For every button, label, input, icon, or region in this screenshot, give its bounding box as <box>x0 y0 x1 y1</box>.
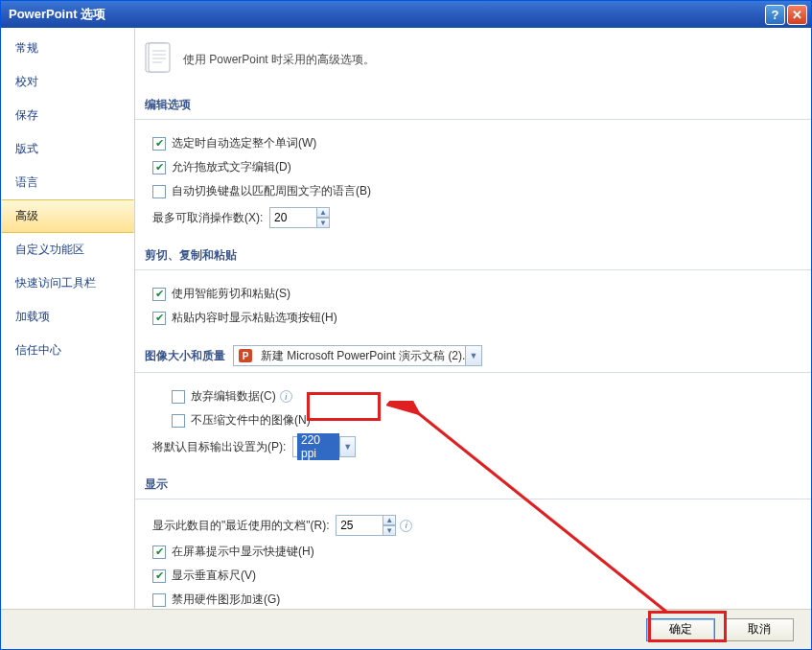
sidebar-item-quick-access[interactable]: 快速访问工具栏 <box>1 267 134 300</box>
sidebar: 常规 校对 保存 版式 语言 高级 自定义功能区 快速访问工具栏 加载项 信任中… <box>1 28 135 609</box>
section-cut-title: 剪切、复制和粘贴 <box>135 242 811 270</box>
window-title: PowerPoint 选项 <box>5 6 763 23</box>
checkbox-disable-hw-accel[interactable] <box>152 593 166 607</box>
checkbox-show-shortcut-keys[interactable] <box>152 546 166 559</box>
label-default-target-output: 将默认目标输出设置为(P): <box>152 439 286 455</box>
checkbox-paste-options-button[interactable] <box>152 312 166 325</box>
label-recent-documents: 显示此数目的"最近使用的文档"(R): <box>152 518 330 534</box>
close-button[interactable]: ✕ <box>787 5 807 25</box>
combo-target-file[interactable]: P 新建 Microsoft PowerPoint 演示文稿 (2).pptx … <box>233 345 482 366</box>
undo-spinner[interactable]: ▲▼ <box>316 207 330 228</box>
checkbox-smart-cut-paste[interactable] <box>152 288 166 301</box>
checkbox-auto-switch-keyboard[interactable] <box>152 185 166 198</box>
sidebar-item-language[interactable]: 语言 <box>1 166 134 199</box>
checkbox-drag-drop-edit[interactable] <box>152 161 166 174</box>
help-button[interactable]: ? <box>765 5 785 25</box>
label-disable-hw-accel: 禁用硬件图形加速(G) <box>172 592 280 608</box>
section-edit-title: 编辑选项 <box>135 91 811 120</box>
title-bar: PowerPoint 选项 ? ✕ <box>1 1 811 28</box>
combo-target-ppi[interactable]: 220 ppi ▼ <box>292 436 356 457</box>
content-area: 使用 PowerPoint 时采用的高级选项。 编辑选项 选定时自动选定整个单词… <box>135 28 811 609</box>
label-paste-options-button: 粘贴内容时显示粘贴选项按钮(H) <box>172 310 337 326</box>
section-image-label: 图像大小和质量 <box>145 348 225 364</box>
recent-spinner[interactable]: ▲▼ <box>383 515 396 536</box>
page-description: 使用 PowerPoint 时采用的高级选项。 <box>183 52 375 68</box>
cancel-button[interactable]: 取消 <box>725 618 794 641</box>
label-auto-switch-keyboard: 自动切换键盘以匹配周围文字的语言(B) <box>172 183 371 199</box>
checkbox-discard-editing-data[interactable] <box>172 390 185 404</box>
label-show-shortcut-keys: 在屏幕提示中显示快捷键(H) <box>172 544 314 560</box>
section-image-title: 图像大小和质量 P 新建 Microsoft PowerPoint 演示文稿 (… <box>135 339 811 373</box>
label-drag-drop-edit: 允许拖放式文字编辑(D) <box>172 159 291 175</box>
info-icon[interactable]: i <box>280 390 292 403</box>
ok-button[interactable]: 确定 <box>646 618 715 641</box>
svg-text:P: P <box>243 351 249 361</box>
info-icon[interactable]: i <box>400 520 412 532</box>
sidebar-item-layout[interactable]: 版式 <box>1 132 134 166</box>
label-do-not-compress: 不压缩文件中的图像(N) <box>191 412 311 429</box>
checkbox-do-not-compress[interactable] <box>172 414 185 428</box>
label-undo-count: 最多可取消操作数(X): <box>152 210 263 226</box>
input-undo-count[interactable]: 20 <box>269 207 317 228</box>
sidebar-item-customize-ribbon[interactable]: 自定义功能区 <box>1 233 134 267</box>
svg-rect-1 <box>149 43 170 72</box>
label-discard-editing-data: 放弃编辑数据(C) <box>191 388 276 405</box>
sidebar-item-proofing[interactable]: 校对 <box>1 65 134 99</box>
label-vertical-ruler: 显示垂直标尺(V) <box>172 568 256 584</box>
page-icon <box>143 41 174 78</box>
dialog-footer: 确定 取消 <box>1 609 811 649</box>
pptx-file-icon: P <box>238 348 253 363</box>
sidebar-item-general[interactable]: 常规 <box>1 32 134 65</box>
checkbox-select-whole-word[interactable] <box>152 137 166 151</box>
sidebar-item-save[interactable]: 保存 <box>1 99 134 132</box>
sidebar-item-addins[interactable]: 加载项 <box>1 300 134 334</box>
sidebar-item-advanced[interactable]: 高级 <box>1 199 134 233</box>
chevron-down-icon: ▼ <box>339 437 355 456</box>
label-select-whole-word: 选定时自动选定整个单词(W) <box>172 135 316 151</box>
sidebar-item-trust-center[interactable]: 信任中心 <box>1 334 134 367</box>
input-recent-documents[interactable]: 25 <box>336 515 383 536</box>
section-display-title: 显示 <box>135 471 811 499</box>
checkbox-vertical-ruler[interactable] <box>152 569 166 583</box>
label-smart-cut-paste: 使用智能剪切和粘贴(S) <box>172 286 290 302</box>
chevron-down-icon: ▼ <box>465 346 481 365</box>
